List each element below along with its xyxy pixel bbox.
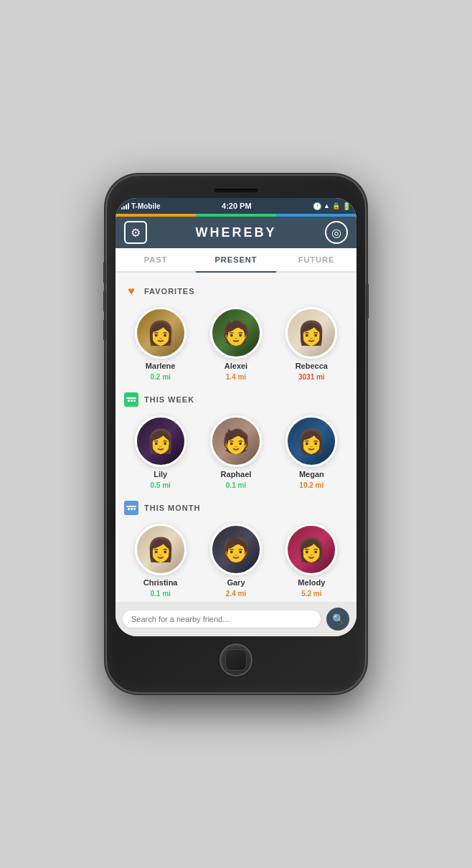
favorites-header: ♥ FAVORITES	[123, 283, 349, 300]
tab-present[interactable]: PRESENT	[196, 248, 276, 273]
name-gary: Gary	[227, 578, 245, 587]
distance-lily: 0.5 mi	[150, 481, 170, 489]
target-button[interactable]: ◎	[325, 221, 348, 244]
calendar-month-icon	[123, 499, 140, 516]
name-megan: Megan	[299, 470, 324, 478]
gear-icon: ⚙	[131, 226, 141, 240]
avatar-gary: 🧑	[210, 524, 262, 575]
avatar-christina: 👩	[135, 524, 187, 575]
tabs: PAST PRESENT FUTURE	[115, 248, 357, 273]
person-christina[interactable]: 👩 Christina 0.1 mi	[135, 524, 187, 598]
signal-bar-3	[126, 204, 127, 209]
person-rebecca[interactable]: 👩 Rebecca 3031 mi	[285, 307, 337, 381]
person-marlene[interactable]: 👩 Marlene 0.2 mi	[135, 307, 187, 381]
person-gary[interactable]: 🧑 Gary 2.4 mi	[210, 524, 262, 598]
person-alexei[interactable]: 🧑 Alexei 1.4 mi	[210, 307, 262, 381]
thisweek-header: THIS WEEK	[123, 391, 349, 408]
clock-icon: 🕐	[313, 202, 321, 210]
thismonth-header: THIS MONTH	[123, 499, 349, 516]
search-input[interactable]	[131, 615, 312, 623]
calendar-week-icon	[123, 391, 140, 408]
search-bar: 🔍	[115, 602, 357, 636]
distance-marlene: 0.2 mi	[150, 373, 170, 381]
avatar-lily: 👩	[135, 415, 187, 467]
lock-icon: 🔒	[332, 202, 340, 209]
location-icon: ▲	[324, 202, 330, 209]
phone-bottom	[220, 636, 252, 679]
status-bar: T-Mobile 4:20 PM 🕐 ▲ 🔒 🔋	[115, 198, 357, 214]
thisweek-title: THIS WEEK	[144, 395, 194, 404]
person-raphael[interactable]: 🧑 Raphael 0.1 mi	[210, 415, 262, 489]
cal-green-icon	[124, 392, 138, 407]
settings-button[interactable]: ⚙	[124, 221, 147, 244]
status-right: 🕐 ▲ 🔒 🔋	[313, 202, 351, 210]
home-button[interactable]	[220, 643, 252, 676]
home-button-inner	[225, 649, 247, 671]
distance-rebecca: 3031 mi	[298, 373, 325, 381]
favorites-grid: 👩 Marlene 0.2 mi 🧑 Alexei 1.4 mi 👩	[123, 307, 349, 381]
distance-raphael: 0.1 mi	[226, 481, 246, 489]
tab-future[interactable]: FUTURE	[276, 248, 357, 271]
carrier-label: T-Mobile	[131, 202, 161, 210]
distance-megan: 10.2 mi	[299, 481, 324, 489]
status-left: T-Mobile	[121, 202, 161, 210]
name-marlene: Marlene	[146, 362, 176, 370]
app-title: WHEREBY	[195, 225, 276, 240]
heart-icon: ♥	[123, 283, 140, 300]
signal-bars	[121, 202, 129, 209]
avatar-alexei: 🧑	[210, 307, 262, 359]
cal-blue-icon	[124, 501, 138, 515]
tab-past[interactable]: PAST	[115, 248, 196, 271]
avatar-megan: 👩	[285, 415, 337, 467]
search-input-container	[123, 610, 321, 628]
name-christina: Christina	[143, 578, 178, 587]
status-time: 4:20 PM	[222, 202, 252, 210]
thismonth-grid: 👩 Christina 0.1 mi 🧑 Gary 2.4 mi 👩	[123, 524, 349, 598]
signal-bar-1	[121, 207, 123, 209]
phone-screen: T-Mobile 4:20 PM 🕐 ▲ 🔒 🔋 ⚙ WHEREBY ◎	[115, 198, 357, 636]
distance-christina: 0.1 mi	[150, 590, 170, 598]
name-lily: Lily	[154, 470, 167, 478]
avatar-marlene: 👩	[135, 307, 187, 359]
distance-melody: 5.2 mi	[301, 590, 321, 598]
thismonth-title: THIS MONTH	[144, 504, 200, 512]
person-lily[interactable]: 👩 Lily 0.5 mi	[135, 415, 187, 489]
distance-gary: 2.4 mi	[226, 590, 246, 598]
distance-alexei: 1.4 mi	[226, 373, 246, 381]
name-melody: Melody	[298, 578, 325, 587]
name-rebecca: Rebecca	[296, 362, 328, 370]
signal-bar-4	[128, 203, 129, 209]
search-icon: 🔍	[332, 613, 344, 625]
person-melody[interactable]: 👩 Melody 5.2 mi	[285, 524, 337, 598]
avatar-rebecca: 👩	[285, 307, 337, 359]
content-area: ♥ FAVORITES 👩 Marlene 0.2 mi 🧑 Alexei	[115, 273, 357, 602]
search-button[interactable]: 🔍	[326, 608, 349, 631]
speaker	[214, 189, 258, 192]
name-raphael: Raphael	[221, 470, 252, 478]
app-header: ⚙ WHEREBY ◎	[115, 217, 357, 248]
avatar-melody: 👩	[285, 524, 337, 575]
target-icon-symbol: ◎	[331, 226, 341, 240]
thisweek-grid: 👩 Lily 0.5 mi 🧑 Raphael 0.1 mi 👩	[123, 415, 349, 489]
avatar-raphael: 🧑	[210, 415, 262, 467]
phone-device: T-Mobile 4:20 PM 🕐 ▲ 🔒 🔋 ⚙ WHEREBY ◎	[107, 176, 365, 692]
favorites-title: FAVORITES	[144, 287, 195, 296]
signal-bar-2	[123, 206, 125, 209]
person-megan[interactable]: 👩 Megan 10.2 mi	[285, 415, 337, 489]
battery-icon: 🔋	[342, 202, 351, 210]
name-alexei: Alexei	[225, 362, 247, 370]
